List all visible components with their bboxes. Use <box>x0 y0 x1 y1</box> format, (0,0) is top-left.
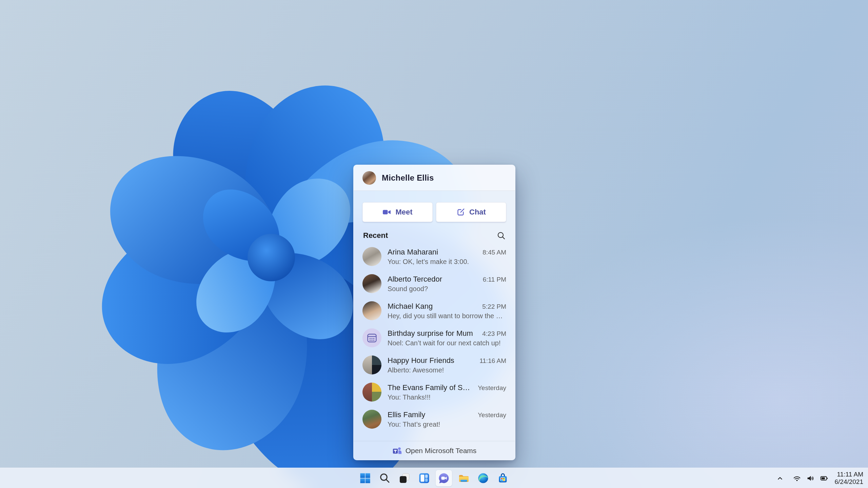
hidden-icons-button[interactable] <box>774 472 786 484</box>
conversation-row[interactable]: Happy Hour Friends 11:16 AM Alberto: Awe… <box>354 351 515 379</box>
conversation-time: 5:22 PM <box>482 303 506 310</box>
taskbar: 11:11 AM 6/24/2021 <box>0 468 868 488</box>
conversation-avatar <box>362 274 381 293</box>
conversation-text: Birthday surprise for Mum 4:23 PM Noel: … <box>388 329 506 347</box>
conversation-list: Arina Maharani 8:45 AM You: OK, let’s ma… <box>354 243 515 433</box>
flyout-header: Michelle Ellis <box>354 165 515 191</box>
conversation-text: Arina Maharani 8:45 AM You: OK, let’s ma… <box>388 248 506 266</box>
battery-button[interactable] <box>818 472 830 484</box>
compose-pen-icon <box>456 208 465 217</box>
conversation-row[interactable]: Michael Kang 5:22 PM Hey, did you still … <box>354 297 515 324</box>
conversation-name: Ellis Family <box>388 410 474 419</box>
conversation-time: 6:11 PM <box>483 276 506 283</box>
network-button[interactable] <box>791 472 803 484</box>
meet-button-label: Meet <box>395 208 412 217</box>
task-view-button[interactable] <box>396 470 413 486</box>
teams-logo-icon <box>392 446 402 455</box>
conversation-avatar <box>362 383 381 402</box>
conversation-time: 4:23 PM <box>482 330 506 338</box>
conversation-preview: You: Thanks!!! <box>388 393 506 401</box>
chat-taskbar-button[interactable] <box>436 470 452 486</box>
conversation-name: Alberto Tercedor <box>388 275 479 284</box>
desktop: Michelle Ellis Meet Chat Recent <box>0 0 868 488</box>
start-button[interactable] <box>357 470 373 486</box>
conversation-time: 8:45 AM <box>482 249 506 256</box>
folder-icon <box>458 472 469 484</box>
microsoft-store-button[interactable] <box>495 470 511 486</box>
conversation-name: Arina Maharani <box>388 248 478 257</box>
conversation-time: Yesterday <box>478 411 506 419</box>
wifi-icon <box>793 474 801 483</box>
action-buttons: Meet Chat <box>362 202 506 222</box>
conversation-row[interactable]: Ellis Family Yesterday You: That’s great… <box>354 406 515 433</box>
video-camera-icon <box>382 208 391 217</box>
search-button[interactable] <box>497 231 506 240</box>
conversation-avatar <box>362 247 381 266</box>
conversation-text: Alberto Tercedor 6:11 PM Sound good? <box>388 275 506 293</box>
conversation-name: The Evans Family of Supers <box>388 383 474 392</box>
meet-button[interactable]: Meet <box>362 202 433 222</box>
user-name: Michelle Ellis <box>382 173 434 183</box>
windows-logo-icon <box>359 472 371 484</box>
teams-chat-icon <box>438 472 450 484</box>
taskbar-center-icons <box>357 470 511 486</box>
user-avatar[interactable] <box>362 171 376 185</box>
conversation-avatar <box>362 410 381 429</box>
chat-button-label: Chat <box>469 208 486 217</box>
chevron-up-icon <box>776 474 784 483</box>
edge-icon <box>477 472 489 484</box>
conversation-preview: Alberto: Awesome! <box>388 366 506 374</box>
conversation-time: Yesterday <box>478 384 506 392</box>
conversation-name: Birthday surprise for Mum <box>388 329 478 338</box>
open-teams-label: Open Microsoft Teams <box>406 447 477 455</box>
search-taskbar-button[interactable] <box>377 470 393 486</box>
volume-button[interactable] <box>805 472 816 484</box>
widgets-icon <box>418 472 430 484</box>
teams-chat-flyout: Michelle Ellis Meet Chat Recent <box>353 165 515 460</box>
clock-date: 6/24/2021 <box>834 478 863 486</box>
recent-header: Recent <box>363 231 506 240</box>
chat-button[interactable]: Chat <box>436 202 506 222</box>
search-icon <box>497 231 506 240</box>
conversation-avatar <box>362 328 381 347</box>
conversation-name: Happy Hour Friends <box>388 356 475 365</box>
calendar-icon <box>366 332 378 344</box>
open-teams-button[interactable]: Open Microsoft Teams <box>392 446 477 455</box>
store-bag-icon <box>497 472 509 484</box>
conversation-preview: Sound good? <box>388 285 506 293</box>
conversation-row[interactable]: Alberto Tercedor 6:11 PM Sound good? <box>354 270 515 297</box>
conversation-preview: You: OK, let’s make it 3:00. <box>388 258 506 266</box>
conversation-avatar <box>362 301 381 320</box>
volume-icon <box>806 474 815 483</box>
search-icon <box>379 472 391 484</box>
conversation-text: Happy Hour Friends 11:16 AM Alberto: Awe… <box>388 356 506 374</box>
conversation-text: The Evans Family of Supers Yesterday You… <box>388 383 506 401</box>
conversation-text: Ellis Family Yesterday You: That’s great… <box>388 410 506 428</box>
edge-button[interactable] <box>475 470 491 486</box>
recent-title: Recent <box>363 231 388 240</box>
system-tray: 11:11 AM 6/24/2021 <box>774 468 863 488</box>
flyout-footer: Open Microsoft Teams <box>354 441 515 460</box>
conversation-preview: You: That’s great! <box>388 421 506 428</box>
conversation-name: Michael Kang <box>388 302 478 311</box>
conversation-row[interactable]: The Evans Family of Supers Yesterday You… <box>354 379 515 406</box>
conversation-preview: Noel: Can’t wait for our next catch up! <box>388 339 506 347</box>
battery-icon <box>820 474 828 483</box>
conversation-avatar <box>362 355 381 374</box>
task-view-icon <box>399 472 410 484</box>
taskbar-clock[interactable]: 11:11 AM 6/24/2021 <box>834 471 863 486</box>
widgets-button[interactable] <box>416 470 432 486</box>
conversation-preview: Hey, did you still want to borrow the no… <box>388 312 506 320</box>
clock-time: 11:11 AM <box>834 471 863 478</box>
conversation-text: Michael Kang 5:22 PM Hey, did you still … <box>388 302 506 320</box>
file-explorer-button[interactable] <box>455 470 472 486</box>
conversation-row[interactable]: Birthday surprise for Mum 4:23 PM Noel: … <box>354 324 515 351</box>
conversation-time: 11:16 AM <box>479 357 506 365</box>
conversation-row[interactable]: Arina Maharani 8:45 AM You: OK, let’s ma… <box>354 243 515 270</box>
